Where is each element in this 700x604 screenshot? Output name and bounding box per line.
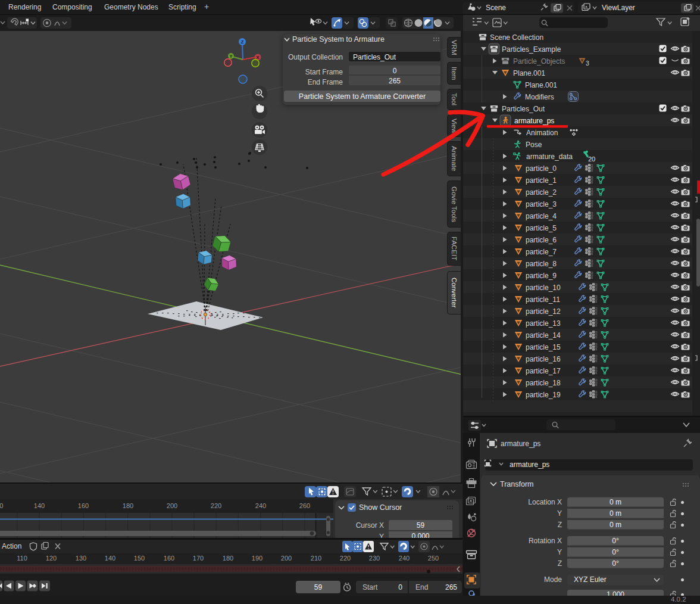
svg-text:particle_9: particle_9 — [526, 272, 557, 280]
svg-text:Particles_Example: Particles_Example — [502, 45, 561, 54]
svg-text:particle_19: particle_19 — [526, 391, 561, 399]
svg-text:particle_11: particle_11 — [526, 295, 560, 304]
svg-text:particle_5: particle_5 — [526, 224, 557, 232]
svg-text:particle_8: particle_8 — [526, 260, 557, 268]
svg-text:Plane.001: Plane.001 — [513, 69, 545, 77]
svg-text:particle_13: particle_13 — [526, 319, 561, 328]
svg-text:particle_1: particle_1 — [526, 176, 557, 185]
svg-text:Pose: Pose — [526, 141, 542, 149]
svg-text:particle_16: particle_16 — [526, 355, 561, 363]
svg-text:particle_0: particle_0 — [526, 164, 557, 173]
svg-text:Scene Collection: Scene Collection — [490, 33, 543, 42]
svg-text:Y: Y — [229, 54, 232, 59]
svg-text:particle_2: particle_2 — [526, 188, 557, 197]
svg-text:particle_17: particle_17 — [526, 367, 561, 375]
svg-text:Particles_Out: Particles_Out — [502, 105, 545, 113]
svg-text:particle_6: particle_6 — [526, 236, 557, 244]
svg-text:particle_15: particle_15 — [526, 343, 561, 351]
svg-text:armature_ps: armature_ps — [514, 117, 554, 125]
svg-text:particle_10: particle_10 — [526, 284, 561, 292]
svg-text:particle_7: particle_7 — [526, 248, 557, 256]
svg-text:armature_data: armature_data — [526, 152, 573, 161]
svg-text:3: 3 — [586, 60, 589, 67]
svg-text:Particle_Objects: Particle_Objects — [513, 57, 565, 66]
svg-text:20: 20 — [588, 155, 595, 163]
svg-text:particle_12: particle_12 — [526, 307, 561, 316]
svg-text:Z: Z — [241, 39, 244, 45]
svg-text:Modifiers: Modifiers — [525, 93, 554, 101]
svg-text:Plane.001: Plane.001 — [525, 81, 557, 89]
svg-text:Animation: Animation — [526, 129, 558, 137]
svg-text:particle_3: particle_3 — [526, 200, 557, 208]
svg-text:particle_14: particle_14 — [526, 331, 561, 340]
svg-text:particle_4: particle_4 — [526, 212, 557, 220]
svg-text:particle_18: particle_18 — [526, 379, 561, 387]
